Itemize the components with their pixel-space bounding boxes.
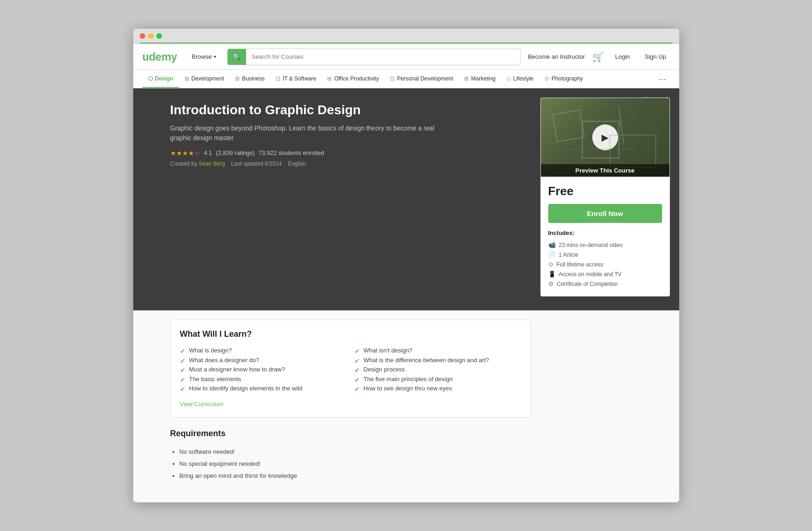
instructor-link[interactable]: Sean Berg	[199, 161, 225, 167]
category-personal-development[interactable]: ⊡ Personal Development	[384, 70, 459, 88]
check-icon-4: ✔	[180, 376, 186, 385]
category-office-label: Office Productivity	[334, 75, 378, 82]
learn-item-6-text: What isn't design?	[364, 346, 413, 355]
photography-icon: ⊙	[545, 75, 549, 82]
req-item-1: No software needed!	[180, 446, 531, 458]
category-development[interactable]: ⊞ Development	[179, 70, 230, 88]
includes-mobile: 📱 Access on mobile and TV	[548, 269, 662, 279]
main-content: What Will I Learn? ✔ What is design? ✔ W…	[133, 310, 679, 502]
category-business-label: Business	[242, 75, 265, 82]
check-icon-6: ✔	[354, 347, 360, 356]
learn-item-7: ✔ What is the difference between design …	[354, 356, 521, 366]
navbar: udemy Browse ▾ 🔍 Become an Instructor 🛒 …	[133, 44, 679, 70]
category-design-label: Design	[155, 75, 174, 82]
personal-icon: ⊡	[390, 75, 395, 82]
view-curriculum-link[interactable]: View Curriculum	[180, 401, 223, 408]
window-dot-yellow[interactable]	[148, 33, 154, 39]
search-input[interactable]	[246, 53, 520, 60]
hero-content: Introduction to Graphic Design Graphic d…	[170, 102, 457, 167]
business-icon: ⊞	[235, 75, 240, 82]
learn-item-10: ✔ How to see design thru new eyes	[354, 384, 521, 394]
mobile-icon: 📱	[548, 271, 556, 278]
enroll-button[interactable]: Enroll Now	[548, 204, 662, 223]
learn-item-1-text: What is design?	[189, 346, 232, 355]
category-design[interactable]: ⬡ Design	[143, 70, 179, 88]
learn-item-5-text: How to identify design elements in the w…	[189, 384, 303, 393]
learn-item-3: ✔ Must a designer know how to draw?	[180, 365, 347, 375]
includes-video-text: 23 mins on-demand video	[559, 242, 623, 248]
course-price: Free	[548, 184, 662, 198]
category-lifestyle[interactable]: ◇ Lifestyle	[501, 70, 539, 88]
lifestyle-icon: ◇	[507, 75, 511, 82]
check-icon-10: ✔	[354, 385, 360, 394]
category-photography[interactable]: ⊙ Photography	[539, 70, 589, 88]
last-updated: Last updated 6/2014	[231, 161, 282, 167]
article-icon: 📄	[548, 251, 556, 258]
includes-title: Includes:	[548, 229, 662, 236]
learn-item-9-text: The five main principles of design	[364, 375, 453, 383]
learn-item-1: ✔ What is design?	[180, 346, 347, 356]
learn-title: What Will I Learn?	[180, 329, 521, 339]
development-icon: ⊞	[185, 75, 189, 82]
category-marketing[interactable]: ⊞ Marketing	[459, 70, 501, 88]
category-photography-label: Photography	[552, 75, 583, 82]
learn-item-8-text: Design process	[364, 365, 405, 374]
learn-left-col: ✔ What is design? ✔ What does a designer…	[180, 346, 347, 394]
category-office-productivity[interactable]: ⊞ Office Productivity	[322, 70, 384, 88]
video-icon: 📹	[548, 241, 556, 248]
includes-article: 📄 1 Article	[548, 250, 662, 259]
preview-label: Preview This Course	[541, 164, 669, 177]
become-instructor-link[interactable]: Become an Instructor	[528, 53, 585, 60]
more-categories-button[interactable]: ⋯	[654, 74, 670, 84]
learn-item-10-text: How to see design thru new eyes	[364, 384, 452, 393]
includes-video: 📹 23 mins on-demand video	[548, 240, 662, 250]
requirements-list: No software needed! No special equipment…	[170, 446, 531, 482]
search-icon: 🔍	[233, 53, 241, 61]
check-icon-5: ✔	[180, 385, 186, 394]
browse-button[interactable]: Browse ▾	[188, 51, 219, 62]
signup-button[interactable]: Sign Up	[641, 51, 669, 62]
req-item-2: No special equipment needed!	[180, 458, 531, 470]
requirements-title: Requirements	[170, 429, 531, 438]
svg-rect-1	[582, 121, 619, 158]
category-lifestyle-label: Lifestyle	[513, 75, 533, 82]
access-icon: ⊙	[548, 261, 553, 268]
learn-item-4-text: The basic elements	[189, 375, 242, 383]
requirements-section: Requirements No software needed! No spec…	[170, 429, 531, 482]
video-preview[interactable]: ▶ Preview This Course	[541, 98, 669, 177]
course-card: ▶ Preview This Course Free Enroll Now In…	[540, 98, 670, 296]
learn-item-4: ✔ The basic elements	[180, 375, 347, 385]
check-icon-8: ✔	[354, 366, 360, 375]
check-icon-3: ✔	[180, 366, 186, 375]
req-item-3: Bring an open mind and thirst for knowle…	[180, 470, 531, 482]
hero-section: Wishlist ♡ Introduction to Graphic Desig…	[133, 88, 679, 310]
learn-right-col: ✔ What isn't design? ✔ What is the diffe…	[354, 346, 521, 394]
includes-access-text: Full lifetime access	[557, 261, 603, 268]
cart-icon[interactable]: 🛒	[592, 51, 604, 62]
learn-item-8: ✔ Design process	[354, 365, 521, 375]
course-meta: Created by Sean Berg Last updated 6/2014…	[170, 161, 457, 167]
star-icons: ★★★★☆	[170, 149, 200, 157]
rating-value: 4.1	[204, 149, 212, 156]
category-nav: ⬡ Design ⊞ Development ⊞ Business ⊡ IT &…	[133, 70, 679, 88]
svg-rect-0	[552, 110, 584, 142]
course-subtitle: Graphic design goes beyond Photoshop. Le…	[170, 123, 457, 143]
logo[interactable]: udemy	[143, 50, 177, 63]
window-dot-green[interactable]	[156, 33, 162, 39]
svg-rect-3	[609, 135, 655, 167]
category-marketing-label: Marketing	[471, 75, 496, 82]
rating-row: ★★★★☆ 4.1 (2,839 ratings) 73,922 student…	[170, 149, 457, 157]
office-icon: ⊞	[327, 75, 332, 82]
nav-right: Become an Instructor 🛒 Login Sign Up	[528, 51, 670, 62]
includes-access: ⊙ Full lifetime access	[548, 259, 662, 269]
sidebar-area	[540, 320, 670, 493]
created-by-label: Created by	[170, 161, 198, 167]
search-submit-button[interactable]: 🔍	[228, 49, 246, 65]
category-it-software[interactable]: ⊡ IT & Software	[270, 70, 322, 88]
category-business[interactable]: ⊞ Business	[229, 70, 270, 88]
window-dot-red[interactable]	[140, 33, 145, 39]
learn-grid: ✔ What is design? ✔ What does a designer…	[180, 346, 521, 394]
learn-item-7-text: What is the difference between design an…	[364, 356, 490, 364]
course-title: Introduction to Graphic Design	[170, 102, 457, 118]
login-button[interactable]: Login	[611, 51, 633, 62]
